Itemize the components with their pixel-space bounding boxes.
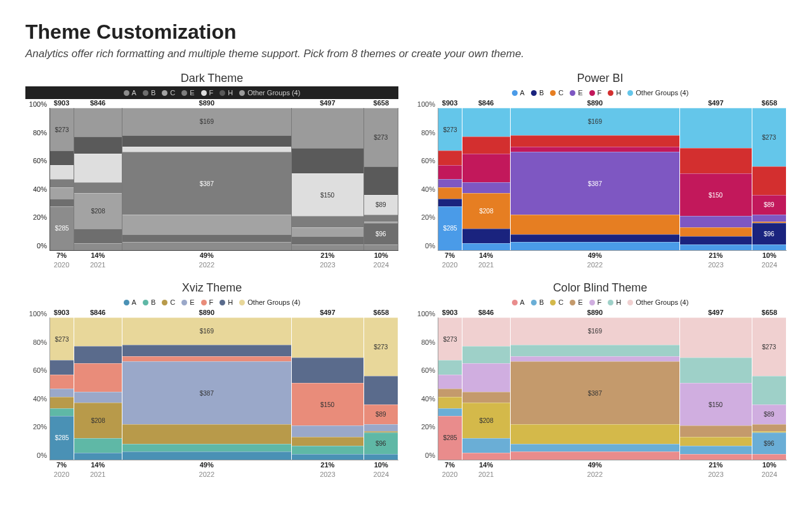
bar-segment [462, 346, 510, 363]
bar-segment [50, 199, 74, 206]
legend-swatch [608, 300, 613, 305]
bar-segment [511, 444, 679, 451]
x-tick: 2024 [752, 259, 787, 269]
bar-segment [752, 215, 786, 222]
y-tick: 100% [417, 100, 435, 108]
chart-body: 100%80%60%40%20%0%$903$846$890$497$658$2… [25, 99, 398, 269]
bar-segment [292, 244, 363, 250]
bar-segment [74, 318, 122, 346]
legend-label: A [520, 89, 525, 97]
bar-segment: $285 [50, 416, 74, 460]
y-tick: 60% [33, 366, 47, 374]
bar-segment: $169 [122, 108, 291, 135]
marimekko-bars: $285$273$208$387$169$150$96$89$273 [49, 318, 398, 460]
x-tick: 2021 [462, 469, 510, 478]
column-width-pct-row: 7%14%49%21%10% [438, 460, 787, 469]
bar-segment [122, 135, 291, 147]
legend-swatch [570, 300, 575, 305]
y-tick: 40% [33, 185, 47, 193]
bar-segment [292, 227, 363, 236]
column-total: $658 [364, 99, 398, 108]
bar-segment [438, 165, 462, 179]
column-total: $658 [752, 99, 787, 108]
column-width-pct: 49% [122, 460, 291, 469]
y-tick: 100% [417, 310, 435, 318]
legend-item: B [531, 298, 544, 306]
page-subtitle: Analytics offer rich formatting and mult… [25, 48, 787, 60]
bar-segment [462, 438, 510, 452]
bar-segment [364, 424, 398, 431]
bar-segment [122, 242, 291, 250]
bar-column: $208 [74, 318, 122, 460]
bar-segment [292, 236, 363, 244]
bar-segment [511, 345, 679, 356]
legend-label: Other Groups (4) [247, 298, 300, 306]
column-width-pct-row: 7%14%49%21%10% [438, 251, 787, 259]
bar-segment [680, 216, 752, 227]
legend-swatch [201, 90, 207, 96]
column-total: $890 [510, 99, 679, 108]
legend-swatch [239, 300, 245, 305]
bar-segment: $285 [438, 416, 462, 460]
bar-segment [122, 345, 291, 356]
legend-swatch [531, 90, 537, 96]
column-width-pct: 7% [49, 251, 74, 259]
legend-item: C [550, 298, 563, 306]
legend-item: H [219, 298, 233, 306]
legend-item: F [201, 298, 214, 306]
bar-segment: $387 [122, 361, 291, 424]
bar-segment: $273 [438, 318, 462, 360]
bar-column: $96$89$273 [752, 318, 787, 460]
legend-item: E [181, 298, 194, 306]
bar-segment [680, 425, 752, 437]
x-axis-years: 20202021202220232024 [438, 259, 787, 269]
bar-segment [511, 215, 679, 234]
column-totals-row: $903$846$890$497$658 [438, 309, 787, 318]
legend-label: B [151, 298, 155, 306]
column-width-pct: 21% [679, 251, 752, 259]
legend-label: F [209, 298, 214, 306]
bar-segment [292, 108, 363, 148]
column-width-pct: 14% [74, 460, 122, 469]
legend-swatch [627, 300, 633, 305]
legend-swatch [239, 90, 245, 96]
legend-label: F [209, 89, 214, 97]
x-axis-years: 20202021202220232024 [438, 469, 787, 478]
legend-swatch [181, 90, 187, 96]
column-width-pct-row: 7%14%49%21%10% [49, 251, 398, 259]
bar-segment [511, 135, 679, 147]
chart-body: 100%80%60%40%20%0%$903$846$890$497$658$2… [414, 309, 787, 478]
plot-area: $903$846$890$497$658$285$273$208$387$169… [438, 99, 787, 269]
legend-swatch [143, 90, 148, 96]
bar-segment [438, 397, 462, 408]
bar-segment [122, 444, 291, 451]
y-axis: 100%80%60%40%20%0% [414, 309, 438, 478]
x-tick: 2021 [74, 259, 122, 269]
bar-segment [74, 363, 122, 392]
bar-segment [752, 454, 786, 460]
x-tick: 2022 [510, 469, 679, 478]
bar-segment [680, 454, 752, 460]
bar-segment [364, 376, 398, 404]
bar-segment [680, 358, 752, 383]
legend-item: Other Groups (4) [627, 298, 688, 306]
legend-item: A [124, 298, 136, 306]
legend-label: A [132, 298, 136, 306]
bar-segment [462, 363, 510, 392]
bar-segment: $89 [752, 195, 786, 215]
chart-panel: Power BIABCEFHOther Groups (4)100%80%60%… [414, 72, 787, 269]
legend-item: A [512, 89, 525, 97]
legend-item: H [608, 89, 621, 97]
marimekko-bars: $285$273$208$387$169$150$96$89$273 [438, 108, 787, 251]
chart-body: 100%80%60%40%20%0%$903$846$890$497$658$2… [25, 309, 398, 478]
chart-title: Color Blind Theme [414, 281, 787, 295]
bar-segment [438, 408, 462, 415]
column-width-pct: 7% [438, 460, 462, 469]
legend-swatch [550, 90, 556, 96]
y-tick: 80% [33, 338, 47, 346]
legend-label: E [190, 89, 194, 97]
bar-segment [680, 108, 752, 148]
bar-segment: $89 [364, 195, 398, 215]
x-tick: 2024 [752, 469, 787, 478]
y-tick: 60% [33, 157, 47, 164]
